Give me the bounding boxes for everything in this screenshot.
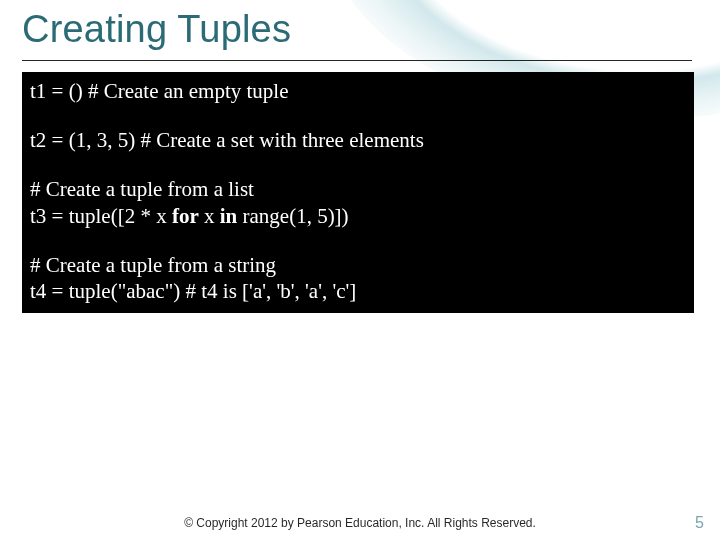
code-line: t3 = tuple([2 * x for x in range(1, 5)]) [30,203,686,230]
code-line: t2 = (1, 3, 5) # Create a set with three… [30,127,686,154]
code-text: range(1, 5)]) [237,204,348,228]
code-text: x [199,204,220,228]
code-line: # Create a tuple from a string [30,252,686,279]
code-line: t4 = tuple("abac") # t4 is ['a', 'b', 'a… [30,278,686,305]
code-line: # Create a tuple from a list [30,176,686,203]
page-number: 5 [695,514,704,532]
slide: Creating Tuples t1 = () # Create an empt… [0,0,720,540]
code-keyword: for [172,204,199,228]
code-text: t3 = tuple([2 * x [30,204,172,228]
title-underline [22,58,692,61]
code-block: t1 = () # Create an empty tuple t2 = (1,… [22,72,694,313]
code-line: t1 = () # Create an empty tuple [30,78,686,105]
copyright-footer: © Copyright 2012 by Pearson Education, I… [0,516,720,530]
code-keyword: in [220,204,238,228]
slide-title: Creating Tuples [22,8,291,51]
